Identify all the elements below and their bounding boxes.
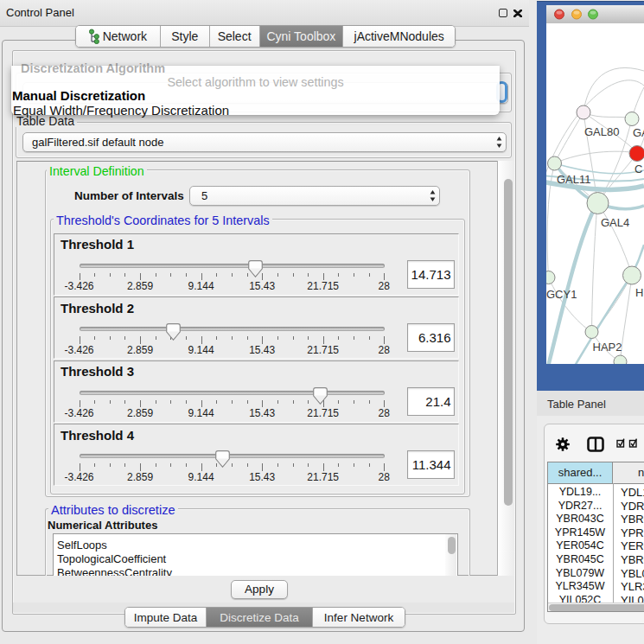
svg-text:GAL11: GAL11 (557, 173, 591, 186)
svg-text:C: C (634, 163, 642, 175)
svg-text:GAL80: GAL80 (584, 125, 619, 138)
svg-text:GAL4: GAL4 (601, 216, 629, 229)
svg-text:H: H (635, 286, 643, 299)
svg-text:GCY1: GCY1 (546, 288, 577, 301)
svg-text:HAP2: HAP2 (593, 341, 622, 354)
svg-text:GA: GA (633, 126, 644, 139)
